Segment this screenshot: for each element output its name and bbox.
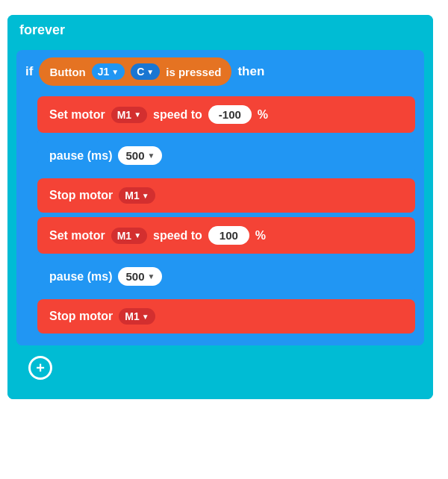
pause-value-dropdown-2[interactable]: 500 ▼: [118, 267, 162, 286]
pause-label-1: pause (ms): [49, 149, 112, 163]
pause-label-2: pause (ms): [49, 270, 112, 284]
stop-label-2: Stop motor: [49, 310, 113, 323]
m1-stop-label-2: M1: [125, 310, 139, 322]
button-text: Button: [49, 66, 85, 78]
set-label-2: Set motor: [49, 229, 105, 242]
m1-label-2: M1: [117, 230, 131, 242]
forever-footer: +: [16, 348, 424, 390]
add-icon: +: [36, 360, 45, 377]
forever-label: forever: [19, 22, 65, 37]
speed-to-label-1: speed to: [153, 108, 202, 122]
if-label: if: [25, 64, 33, 79]
forever-block: forever if Button J1 ▼: [7, 15, 433, 399]
pause-block-2: pause (ms) 500 ▼: [37, 258, 415, 295]
c-chevron-icon: ▼: [146, 68, 154, 76]
j1-chevron-icon: ▼: [111, 68, 119, 76]
forever-header: forever: [7, 15, 433, 44]
set-motor-block-1: Set motor M1 ▼ speed to -100 %: [37, 96, 415, 133]
pause-chevron-icon-1: ▼: [148, 151, 155, 160]
m1-stop-dropdown-2[interactable]: M1 ▼: [119, 308, 155, 325]
m1-dropdown-1[interactable]: M1 ▼: [111, 107, 147, 123]
m1-label-1: M1: [117, 109, 131, 121]
pause-block-1: pause (ms) 500 ▼: [37, 137, 415, 174]
speed-value-1[interactable]: -100: [208, 105, 252, 124]
stop-label-1: Stop motor: [49, 189, 113, 202]
j1-dropdown[interactable]: J1 ▼: [92, 63, 125, 80]
if-header: if Button J1 ▼ C ▼ is pressed: [16, 50, 424, 93]
stop-motor-block-1: Stop motor M1 ▼: [37, 178, 415, 213]
add-block-button[interactable]: +: [28, 356, 52, 380]
speed-value-2[interactable]: 100: [208, 226, 249, 245]
m1-chevron-icon-1: ▼: [134, 110, 141, 119]
m1-stop-chevron-icon-2: ▼: [142, 313, 149, 321]
is-pressed-text: is pressed: [166, 66, 221, 78]
if-block: if Button J1 ▼ C ▼ is pressed: [16, 50, 424, 345]
percent-1: %: [258, 108, 268, 122]
m1-dropdown-2[interactable]: M1 ▼: [111, 228, 147, 244]
m1-stop-chevron-icon-1: ▼: [142, 192, 149, 200]
stop-motor-block-2: Stop motor M1 ▼: [37, 299, 415, 334]
m1-stop-dropdown-1[interactable]: M1 ▼: [119, 187, 155, 204]
j1-label: J1: [98, 66, 110, 78]
pause-value-dropdown-1[interactable]: 500 ▼: [118, 146, 162, 165]
percent-2: %: [255, 229, 266, 242]
set-motor-block-2: Set motor M1 ▼ speed to 100 %: [37, 217, 415, 254]
c-label: C: [137, 66, 144, 78]
forever-body: if Button J1 ▼ C ▼ is pressed: [7, 44, 433, 399]
set-label-1: Set motor: [49, 108, 105, 122]
if-body: Set motor M1 ▼ speed to -100 % pause: [16, 93, 424, 345]
workspace: forever if Button J1 ▼: [0, 0, 448, 479]
speed-to-label-2: speed to: [153, 229, 202, 242]
m1-chevron-icon-2: ▼: [134, 231, 141, 240]
pause-chevron-icon-2: ▼: [148, 272, 155, 281]
then-label: then: [237, 64, 264, 79]
condition-block: Button J1 ▼ C ▼ is pressed: [39, 57, 231, 86]
c-dropdown[interactable]: C ▼: [131, 63, 160, 80]
m1-stop-label-1: M1: [125, 190, 139, 201]
